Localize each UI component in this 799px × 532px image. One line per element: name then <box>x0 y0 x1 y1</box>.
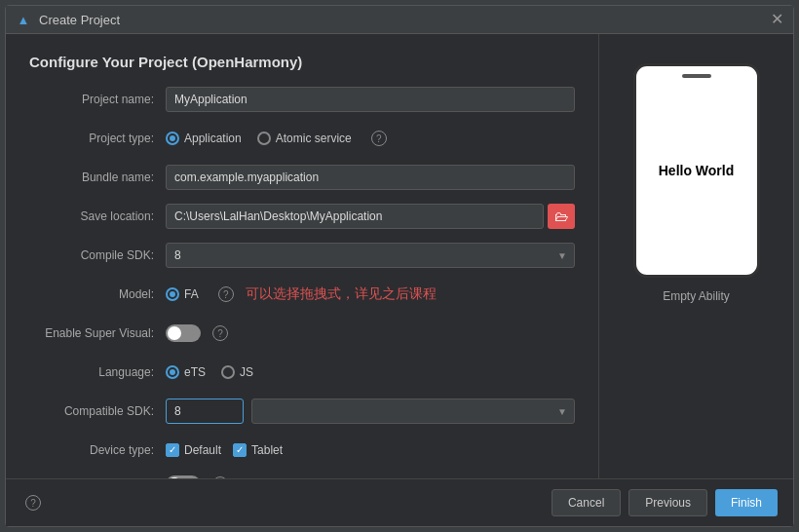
phone-hello-world: Hello World <box>659 163 735 178</box>
bundle-name-row: Bundle name: <box>29 164 575 191</box>
show-in-service-center-row: Show in service center: ? 本内容一般基于eTs8 之后… <box>29 475 575 478</box>
radio-atomic-service[interactable]: Atomic service <box>257 132 352 145</box>
model-annotation: 可以选择拖拽式，详见之后课程 <box>246 285 437 303</box>
footer-right: Cancel Previous Finish <box>552 489 778 516</box>
save-location-row: Save location: 🗁 <box>29 203 575 230</box>
save-location-label: Save location: <box>29 209 166 223</box>
title-bar-left: ▲ Create Project <box>16 12 120 27</box>
radio-fa-circle <box>166 287 179 301</box>
toggle-knob <box>168 326 181 340</box>
save-location-input[interactable] <box>166 204 544 229</box>
phone-preview-label: Empty Ability <box>663 289 730 303</box>
project-name-input[interactable] <box>166 87 575 112</box>
project-type-row: Project type: Application Atomic service… <box>29 125 575 152</box>
compile-sdk-control: 8 ▼ <box>166 243 575 268</box>
footer-left: ? <box>21 495 41 511</box>
compatible-sdk-control: ▼ <box>166 399 575 424</box>
model-row: Model: FA ? 可以选择拖拽式，详见之后课程 <box>29 281 575 308</box>
checkbox-tablet-box <box>233 443 247 457</box>
enable-super-visual-label: Enable Super Visual: <box>29 326 166 340</box>
compile-sdk-select[interactable]: 8 <box>166 243 575 268</box>
compile-sdk-label: Compile SDK: <box>29 248 166 262</box>
compatible-sdk-input[interactable] <box>166 399 244 424</box>
radio-ets-circle <box>166 365 179 379</box>
compatible-sdk-select-wrapper: ▼ <box>251 399 575 424</box>
create-project-dialog: ▲ Create Project ✕ Configure Your Projec… <box>5 5 794 527</box>
title-bar: ▲ Create Project ✕ <box>6 6 793 34</box>
device-type-row: Device type: Default Tablet <box>29 437 575 464</box>
save-location-control: 🗁 <box>166 204 575 229</box>
dialog-body: Configure Your Project (OpenHarmony) Pro… <box>6 34 793 478</box>
radio-ets-label: eTS <box>184 365 206 379</box>
checkbox-default-label: Default <box>184 443 221 457</box>
section-title: Configure Your Project (OpenHarmony) <box>29 54 575 70</box>
model-label: Model: <box>29 287 166 301</box>
save-location-input-group: 🗁 <box>166 204 575 229</box>
footer-help-icon[interactable]: ? <box>25 495 41 511</box>
radio-js-circle <box>221 365 235 379</box>
dialog-title: Create Project <box>39 13 120 27</box>
radio-fa-label: FA <box>184 287 199 301</box>
dialog-footer: ? Cancel Previous Finish <box>6 478 793 526</box>
model-control: FA ? 可以选择拖拽式，详见之后课程 <box>166 285 575 303</box>
model-help-icon[interactable]: ? <box>218 286 234 302</box>
show-in-service-center-help-icon[interactable]: ? <box>212 476 228 478</box>
device-type-label: Device type: <box>29 443 166 457</box>
radio-ets[interactable]: eTS <box>166 365 206 379</box>
radio-atomic-service-circle <box>257 132 271 145</box>
project-type-help-icon[interactable]: ? <box>371 131 387 146</box>
radio-application-circle <box>166 132 179 145</box>
project-type-label: Project type: <box>29 132 166 145</box>
compile-sdk-select-wrapper: 8 ▼ <box>166 243 575 268</box>
finish-button[interactable]: Finish <box>715 489 778 516</box>
device-type-control: Default Tablet <box>166 443 575 457</box>
radio-fa[interactable]: FA <box>166 287 199 301</box>
bundle-name-input[interactable] <box>166 165 575 190</box>
radio-application-label: Application <box>184 132 242 145</box>
radio-application[interactable]: Application <box>166 132 242 145</box>
compile-sdk-row: Compile SDK: 8 ▼ <box>29 242 575 269</box>
app-icon: ▲ <box>16 12 31 27</box>
project-type-radio-group: Application Atomic service ? <box>166 131 387 146</box>
show-in-service-center-toggle[interactable] <box>166 475 201 478</box>
checkbox-tablet-label: Tablet <box>251 443 283 457</box>
left-panel: Configure Your Project (OpenHarmony) Pro… <box>6 34 598 478</box>
right-panel: Hello World Empty Ability <box>598 34 793 478</box>
previous-button[interactable]: Previous <box>628 489 707 516</box>
radio-js-label: JS <box>240 365 253 379</box>
checkbox-default-box <box>166 443 179 457</box>
model-radio-group: FA ? <box>166 286 234 302</box>
compatible-sdk-row: Compatible SDK: ▼ <box>29 398 575 425</box>
bundle-name-control <box>166 165 575 190</box>
enable-super-visual-row: Enable Super Visual: ? <box>29 320 575 347</box>
language-control: eTS JS <box>166 365 575 379</box>
cancel-button[interactable]: Cancel <box>552 489 621 516</box>
show-in-service-center-control: ? 本内容一般基于eTs8 之后有使用9会额外说明 <box>166 475 575 478</box>
language-radio-group: eTS JS <box>166 365 253 379</box>
project-type-control: Application Atomic service ? <box>166 131 575 146</box>
browse-folder-button[interactable]: 🗁 <box>548 204 575 229</box>
close-button[interactable]: ✕ <box>771 12 783 27</box>
radio-atomic-service-label: Atomic service <box>276 132 352 145</box>
compatible-sdk-label: Compatible SDK: <box>29 404 166 418</box>
radio-js[interactable]: JS <box>221 365 253 379</box>
phone-preview: Hello World <box>633 63 760 278</box>
language-row: Language: eTS JS <box>29 359 575 386</box>
project-name-row: Project name: <box>29 86 575 113</box>
enable-super-visual-control: ? <box>166 324 575 342</box>
service-center-toggle-knob <box>168 477 181 478</box>
enable-super-visual-toggle[interactable] <box>166 324 201 342</box>
project-name-control <box>166 87 575 112</box>
enable-super-visual-help-icon[interactable]: ? <box>212 325 228 341</box>
bundle-name-label: Bundle name: <box>29 171 166 184</box>
compatible-sdk-select[interactable] <box>251 399 575 424</box>
language-label: Language: <box>29 365 166 379</box>
checkbox-tablet[interactable]: Tablet <box>233 443 283 457</box>
project-name-label: Project name: <box>29 93 166 106</box>
checkbox-default[interactable]: Default <box>166 443 221 457</box>
